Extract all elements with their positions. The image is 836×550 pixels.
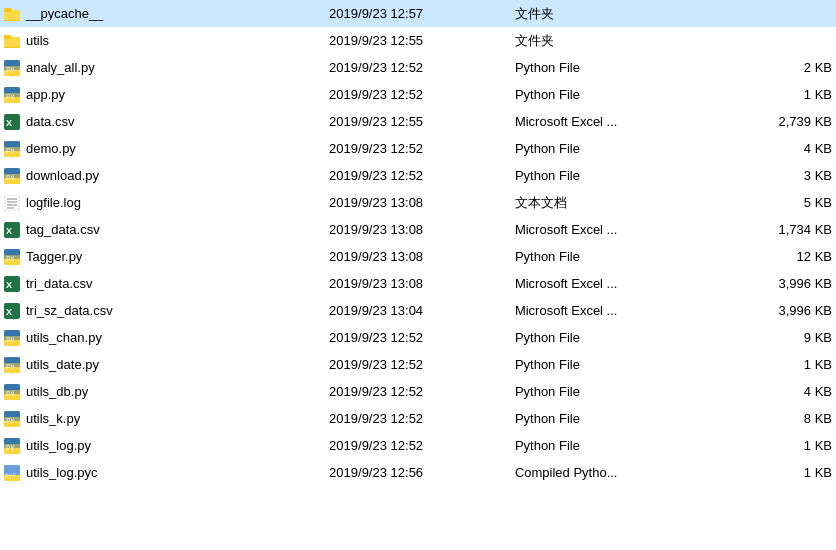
file-date: 2019/9/23 12:52 [325,405,511,432]
pyc-icon: pyc [4,465,20,481]
file-type: Microsoft Excel ... [511,297,720,324]
python-icon: py [4,249,20,265]
python-icon: py [4,141,20,157]
file-name-cell: py utils_k.py [0,405,325,432]
table-row[interactable]: py app.py 2019/9/23 12:52 Python File 1 … [0,81,836,108]
file-name-cell: py utils_log.py [0,432,325,459]
table-row[interactable]: py demo.py 2019/9/23 12:52 Python File 4… [0,135,836,162]
file-name: __pycache__ [26,6,103,21]
file-name: utils_chan.py [26,330,102,345]
file-size: 4 KB [720,378,836,405]
table-row[interactable]: utils 2019/9/23 12:55 文件夹 [0,27,836,54]
table-row[interactable]: X tri_sz_data.csv 2019/9/23 13:04 Micros… [0,297,836,324]
file-type: Microsoft Excel ... [511,108,720,135]
table-row[interactable]: pyc utils_log.pyc 2019/9/23 12:56 Compil… [0,459,836,486]
file-name-cell: py analy_all.py [0,54,325,81]
svg-text:py: py [6,389,14,397]
file-type: Microsoft Excel ... [511,270,720,297]
svg-text:py: py [6,443,14,451]
python-icon: py [4,168,20,184]
svg-text:py: py [6,92,14,100]
file-size: 1 KB [720,432,836,459]
file-type: Python File [511,378,720,405]
svg-text:py: py [6,362,14,370]
file-size [720,27,836,54]
file-name-cell: py demo.py [0,135,325,162]
table-row[interactable]: logfile.log 2019/9/23 13:08 文本文档 5 KB [0,189,836,216]
file-date: 2019/9/23 13:08 [325,216,511,243]
file-date: 2019/9/23 13:04 [325,297,511,324]
table-row[interactable]: py Tagger.py 2019/9/23 13:08 Python File… [0,243,836,270]
file-name-cell: __pycache__ [0,0,325,27]
file-name: tag_data.csv [26,222,100,237]
file-date: 2019/9/23 12:57 [325,0,511,27]
table-row[interactable]: py download.py 2019/9/23 12:52 Python Fi… [0,162,836,189]
table-row[interactable]: py utils_chan.py 2019/9/23 12:52 Python … [0,324,836,351]
file-date: 2019/9/23 12:55 [325,108,511,135]
file-name-cell: X data.csv [0,108,325,135]
file-name-cell: py Tagger.py [0,243,325,270]
svg-rect-7 [4,36,11,39]
svg-text:py: py [6,146,14,154]
file-date: 2019/9/23 12:55 [325,27,511,54]
file-size: 2,739 KB [720,108,836,135]
excel-icon: X [4,222,20,238]
file-date: 2019/9/23 12:52 [325,54,511,81]
file-size: 1 KB [720,351,836,378]
python-icon: py [4,330,20,346]
file-name-cell: pyc utils_log.pyc [0,459,325,486]
file-name-cell: py download.py [0,162,325,189]
file-name-cell: py app.py [0,81,325,108]
table-row[interactable]: py utils_date.py 2019/9/23 12:52 Python … [0,351,836,378]
svg-text:X: X [6,280,12,290]
file-date: 2019/9/23 13:08 [325,243,511,270]
file-date: 2019/9/23 12:52 [325,162,511,189]
table-row[interactable]: py analy_all.py 2019/9/23 12:52 Python F… [0,54,836,81]
svg-text:py: py [6,254,14,262]
svg-text:py: py [6,65,14,73]
file-type: Python File [511,81,720,108]
file-size [720,0,836,27]
file-type: Microsoft Excel ... [511,216,720,243]
file-type: Python File [511,351,720,378]
file-size: 1 KB [720,459,836,486]
table-row[interactable]: py utils_k.py 2019/9/23 12:52 Python Fil… [0,405,836,432]
file-size: 2 KB [720,54,836,81]
folder-icon [4,6,20,22]
python-icon: py [4,384,20,400]
file-name-cell: py utils_db.py [0,378,325,405]
file-size: 1 KB [720,81,836,108]
file-list: __pycache__ 2019/9/23 12:57 文件夹 utils 20… [0,0,836,486]
file-name: utils_log.py [26,438,91,453]
file-name: utils_db.py [26,384,88,399]
excel-icon: X [4,276,20,292]
file-size: 3 KB [720,162,836,189]
file-name: download.py [26,168,99,183]
table-row[interactable]: X data.csv 2019/9/23 12:55 Microsoft Exc… [0,108,836,135]
folder-icon [4,33,20,49]
table-row[interactable]: X tag_data.csv 2019/9/23 13:08 Microsoft… [0,216,836,243]
file-size: 3,996 KB [720,297,836,324]
file-size: 12 KB [720,243,836,270]
file-name-cell: X tag_data.csv [0,216,325,243]
table-row[interactable]: py utils_log.py 2019/9/23 12:52 Python F… [0,432,836,459]
file-name: logfile.log [26,195,81,210]
python-icon: py [4,438,20,454]
file-date: 2019/9/23 12:52 [325,378,511,405]
svg-text:py: py [6,335,14,343]
file-name: tri_data.csv [26,276,92,291]
excel-icon: X [4,303,20,319]
table-row[interactable]: __pycache__ 2019/9/23 12:57 文件夹 [0,0,836,27]
file-type: Compiled Pytho... [511,459,720,486]
file-name-cell: py utils_date.py [0,351,325,378]
table-row[interactable]: py utils_db.py 2019/9/23 12:52 Python Fi… [0,378,836,405]
python-icon: py [4,357,20,373]
file-size: 9 KB [720,324,836,351]
table-row[interactable]: X tri_data.csv 2019/9/23 13:08 Microsoft… [0,270,836,297]
file-type: Python File [511,243,720,270]
file-name: demo.py [26,141,76,156]
file-name: utils_date.py [26,357,99,372]
file-type: Python File [511,54,720,81]
file-name: analy_all.py [26,60,95,75]
file-type: Python File [511,324,720,351]
